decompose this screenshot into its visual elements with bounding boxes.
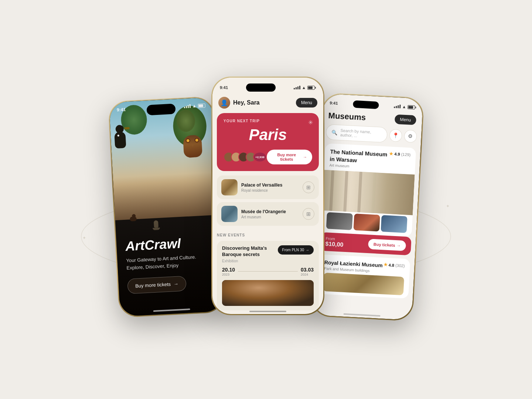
- phone-2-sara: 9:41 ▲: [211, 76, 324, 315]
- menu-button-2[interactable]: Menu: [296, 98, 317, 108]
- dynamic-island-3: [353, 100, 379, 109]
- phone1-status-icons: ▲: [184, 103, 206, 109]
- event-image: [222, 280, 314, 306]
- dynamic-island: [146, 103, 176, 115]
- avatar-count: +2,938: [253, 152, 267, 162]
- battery-icon: [198, 103, 206, 108]
- orangerie-type: Art museum: [241, 215, 299, 219]
- paris-bottom: +2,938 Buy more tickets →: [224, 150, 312, 164]
- event-type: Exhibition: [222, 259, 277, 263]
- home-indicator-3: [344, 313, 381, 317]
- museums-screen: 9:41 ▲: [312, 93, 423, 320]
- museum-header-lazienki: Royal Łazienki Museum Park and Museum bu…: [324, 259, 405, 275]
- price-info: From $10,00: [325, 236, 344, 248]
- buy-tickets-arrow-3: →: [396, 243, 401, 248]
- phone-3-museums: 9:41 ▲: [311, 92, 424, 321]
- sara-avatar: 👤: [218, 97, 230, 109]
- sara-header: 👤 Hey, Sara Menu: [212, 94, 323, 113]
- buy-tickets-button-3[interactable]: Buy tickets →: [368, 239, 406, 251]
- phone2-status-bar: 9:41 ▲: [212, 78, 323, 94]
- event-price-button[interactable]: From PLN 30 →: [278, 245, 314, 255]
- price-number: 10,00: [328, 241, 344, 248]
- battery-icon-2: [307, 86, 316, 90]
- phone3-time: 9:41: [330, 100, 338, 105]
- city-name: Paris: [224, 126, 312, 144]
- phone2-time: 9:41: [220, 85, 228, 90]
- orangerie-thumbnail: [221, 206, 238, 222]
- museum-card-warsaw[interactable]: The National Museum in Warsaw Art museum…: [321, 143, 416, 237]
- search-bar[interactable]: 🔍 Search by name, author, ...: [325, 124, 388, 143]
- buy-tickets-label-1: Buy more tickets: [135, 282, 171, 289]
- home-indicator-2: [249, 311, 286, 312]
- buy-tickets-button-1[interactable]: Buy more tickets →: [127, 276, 187, 294]
- avatar-group: +2,938: [224, 152, 267, 162]
- events-label: NEW EVENTS: [217, 233, 319, 237]
- paris-card: YOUR NEXT TRIP ✳ Paris +2,938: [217, 113, 319, 171]
- orangerie-ticket-icon[interactable]: ⊞: [303, 208, 314, 220]
- phone-1-artcrawl: 9:41 ▲: [108, 96, 225, 318]
- rating-count-warsaw: (129): [401, 152, 411, 157]
- event-date-divider: [238, 271, 298, 272]
- arrow-icon-1: →: [174, 281, 179, 287]
- museum-image-lazienki: [323, 273, 404, 295]
- versailles-name: Palace of Versailles: [241, 183, 299, 188]
- event-title: Discovering Malta's Baroque secrets: [222, 245, 277, 258]
- star-icon-warsaw: ★: [389, 151, 393, 157]
- place-card-orangerie[interactable]: Musée de l'Orangerie Art museum ⊞: [217, 202, 319, 226]
- versailles-type: Royal residence: [241, 188, 299, 192]
- wifi-icon: ▲: [192, 103, 197, 109]
- menu-button-3[interactable]: Menu: [395, 115, 416, 125]
- event-image-content: [222, 280, 314, 306]
- phone3-status-icons: ▲: [394, 104, 416, 109]
- artcrawl-content: ArtCrawl Your Gateway to Art and Culture…: [116, 234, 222, 294]
- avatar-row: 👤 Hey, Sara: [218, 97, 260, 109]
- versailles-info: Palace of Versailles Royal residence: [241, 183, 299, 192]
- bird-owl: [183, 134, 205, 161]
- museum-main-image-warsaw: [322, 170, 415, 215]
- signal-icon: [184, 104, 191, 108]
- museum-thumb-1: [326, 212, 353, 230]
- place-card-versailles[interactable]: Palace of Versailles Royal residence ⊞: [217, 175, 319, 199]
- app-subtitle: Your Gateway to Art and Culture. Explore…: [126, 253, 212, 272]
- phone1-time: 9:41: [117, 107, 126, 112]
- versailles-thumbnail: [221, 179, 238, 195]
- museum-rating-lazienki: ★ 4.8 (302): [383, 262, 405, 268]
- event-card-top: Discovering Malta's Baroque secrets Exhi…: [222, 245, 314, 263]
- museum-rating-warsaw: ★ 4.9 (129): [389, 151, 411, 157]
- museum-info-warsaw: The National Museum in Warsaw Art museum: [329, 148, 389, 170]
- museum-thumb-2: [354, 214, 380, 232]
- phone2-status-icons: ▲: [294, 85, 316, 90]
- rating-count-lazienki: (302): [395, 263, 405, 268]
- dynamic-island-2: [246, 83, 276, 92]
- search-input[interactable]: Search by name, author, ...: [340, 128, 382, 139]
- battery-icon-3: [407, 105, 416, 109]
- museums-title: Museums: [328, 111, 366, 122]
- signal-icon-2: [294, 86, 300, 89]
- event-price-arrow: →: [306, 248, 309, 252]
- museum-card-lazienki[interactable]: Royal Łazienki Museum Park and Museum bu…: [317, 254, 410, 299]
- event-start-date: 20.10 2023: [222, 267, 235, 276]
- orangerie-name: Musée de l'Orangerie: [241, 209, 299, 214]
- phones-container: 9:41 ▲: [63, 80, 469, 319]
- search-icon: 🔍: [331, 129, 338, 135]
- orangerie-info: Musée de l'Orangerie Art museum: [241, 209, 299, 219]
- location-filter-button[interactable]: 📍: [389, 129, 402, 142]
- museum-thumb-3: [381, 215, 407, 233]
- greeting: Hey, Sara: [233, 99, 260, 106]
- star-icon-lazienki: ★: [383, 262, 388, 267]
- museum-info-lazienki: Royal Łazienki Museum Park and Museum bu…: [324, 259, 383, 273]
- versailles-ticket-icon[interactable]: ⊞: [303, 181, 314, 193]
- event-card[interactable]: Discovering Malta's Baroque secrets Exhi…: [217, 241, 319, 310]
- event-dates: 20.10 2023 03.03 2024: [222, 267, 314, 276]
- rating-value-warsaw: 4.9: [394, 152, 400, 157]
- events-section: NEW EVENTS Discovering Malta's Baroque s…: [212, 229, 323, 313]
- arrow-icon-2: →: [303, 155, 307, 159]
- sara-screen: 9:41 ▲: [212, 78, 323, 314]
- next-trip-label: YOUR NEXT TRIP: [224, 119, 312, 123]
- rating-value-lazienki: 4.8: [389, 263, 395, 267]
- buy-more-button-2[interactable]: Buy more tickets →: [267, 150, 312, 164]
- buy-tickets-label-3: Buy tickets: [374, 242, 395, 248]
- sparkle-icon: ✳: [308, 119, 313, 126]
- wifi-icon-3: ▲: [402, 104, 406, 109]
- filter-button[interactable]: ⚙: [404, 130, 417, 143]
